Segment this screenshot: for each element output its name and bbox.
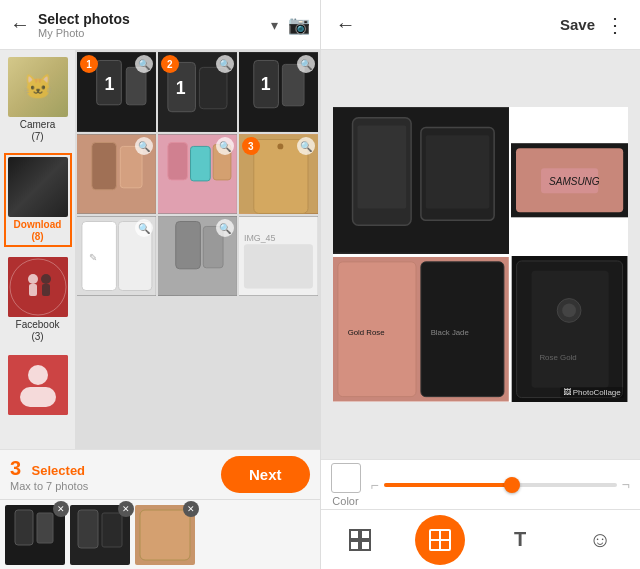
- photo-cell-1[interactable]: 1 1 🔍: [77, 52, 156, 132]
- slider-right-icon: ¬: [622, 477, 630, 493]
- thumb-remove-2[interactable]: ✕: [118, 501, 134, 517]
- slider-left-icon: ⌐: [371, 477, 379, 493]
- collage-cell-4: Rose Gold 🖼 PhotoCollage: [511, 256, 628, 403]
- color-label: Color: [332, 495, 358, 507]
- zoom-icon-4[interactable]: 🔍: [135, 137, 153, 155]
- dropdown-icon[interactable]: ▾: [271, 17, 278, 33]
- bottom-bar: 3 Selected Max to 7 photos Next: [0, 449, 320, 499]
- color-swatch[interactable]: [331, 463, 361, 493]
- selection-info: 3 Selected Max to 7 photos: [10, 457, 221, 492]
- zoom-icon-3[interactable]: 🔍: [297, 55, 315, 73]
- collage-container[interactable]: SAMSUNG Gold Rose Black Jade: [333, 107, 628, 402]
- svg-text:✎: ✎: [89, 252, 97, 263]
- grid-layout-button[interactable]: [335, 515, 385, 565]
- album-camera[interactable]: 🐱 Camera(7): [4, 55, 72, 145]
- thumb-remove-3[interactable]: ✕: [183, 501, 199, 517]
- more-menu-icon[interactable]: ⋮: [605, 13, 625, 37]
- svg-rect-65: [531, 270, 608, 387]
- svg-rect-8: [20, 387, 56, 407]
- slider-area: ⌐ ¬: [371, 477, 631, 493]
- slider-thumb[interactable]: [504, 477, 520, 493]
- album-download-thumb: [8, 157, 68, 217]
- svg-point-2: [28, 274, 38, 284]
- photo-cell-3[interactable]: 1 🔍: [239, 52, 318, 132]
- svg-text:IMG_45: IMG_45: [244, 233, 276, 243]
- svg-rect-5: [42, 284, 50, 296]
- left-content: 🐱 Camera(7) Download(8): [0, 50, 320, 449]
- photo-cell-4[interactable]: 🔍: [77, 134, 156, 214]
- zoom-icon-5[interactable]: 🔍: [216, 137, 234, 155]
- svg-point-30: [277, 143, 283, 149]
- svg-rect-48: [140, 510, 190, 560]
- next-button[interactable]: Next: [221, 456, 310, 493]
- photo-cell-7[interactable]: ✎ 🔍: [77, 216, 156, 296]
- svg-rect-0: [8, 257, 68, 317]
- right-back-button[interactable]: ←: [336, 13, 356, 36]
- collage-cell-3: Gold Rose Black Jade: [333, 256, 509, 403]
- text-icon: T: [514, 528, 526, 551]
- photo-cell-5[interactable]: 🔍: [158, 134, 237, 214]
- page-title: Select photos: [38, 11, 271, 27]
- right-header: ← Save ⋮: [321, 0, 641, 50]
- collage-button[interactable]: [415, 515, 465, 565]
- select-badge-2: 2: [161, 55, 179, 73]
- svg-text:Black Jade: Black Jade: [430, 328, 468, 337]
- photo-grid: 1 1 🔍 1 2 🔍 1: [75, 50, 320, 449]
- thumb-1[interactable]: ✕: [5, 505, 65, 565]
- album-person-thumb: [8, 355, 68, 415]
- thumb-3[interactable]: ✕: [135, 505, 195, 565]
- svg-rect-45: [78, 510, 98, 548]
- svg-rect-53: [426, 135, 489, 208]
- photo-cell-8[interactable]: 🔍: [158, 216, 237, 296]
- select-badge-6: 3: [242, 137, 260, 155]
- svg-text:Gold Rose: Gold Rose: [347, 328, 384, 337]
- thumb-remove-1[interactable]: ✕: [53, 501, 69, 517]
- zoom-icon-6[interactable]: 🔍: [297, 137, 315, 155]
- collage-cell-2: SAMSUNG: [511, 107, 628, 254]
- album-subtitle: My Photo: [38, 27, 271, 39]
- zoom-icon-1[interactable]: 🔍: [135, 55, 153, 73]
- zoom-icon-2[interactable]: 🔍: [216, 55, 234, 73]
- svg-rect-43: [37, 513, 53, 543]
- title-area: Select photos My Photo: [38, 11, 271, 39]
- svg-text:Rose Gold: Rose Gold: [539, 352, 576, 361]
- photo-cell-9[interactable]: IMG_45: [239, 216, 318, 296]
- svg-text:SAMSUNG: SAMSUNG: [549, 176, 600, 187]
- album-facebook-thumb: [8, 257, 68, 317]
- svg-text:1: 1: [105, 74, 115, 94]
- zoom-icon-8[interactable]: 🔍: [216, 219, 234, 237]
- camera-icon[interactable]: 📷: [288, 14, 310, 36]
- svg-rect-71: [350, 541, 359, 550]
- svg-rect-70: [361, 530, 370, 539]
- selected-count: 3: [10, 457, 21, 479]
- thumbnails-strip: ✕ ✕ ✕: [0, 499, 320, 569]
- photo-cell-2[interactable]: 1 2 🔍: [158, 52, 237, 132]
- right-panel: ← Save ⋮: [321, 0, 641, 569]
- photo-cell-6[interactable]: 3 🔍: [239, 134, 318, 214]
- right-toolbar: T ☺: [321, 509, 641, 569]
- album-person[interactable]: [4, 353, 72, 419]
- svg-text:1: 1: [260, 74, 270, 94]
- svg-rect-32: [82, 222, 116, 291]
- slider-track[interactable]: [384, 483, 617, 487]
- album-facebook[interactable]: Facebook(3): [4, 255, 72, 345]
- svg-rect-42: [15, 510, 33, 545]
- album-download[interactable]: Download(8): [4, 153, 72, 247]
- selected-label: Selected: [32, 463, 85, 478]
- zoom-icon-7[interactable]: 🔍: [135, 219, 153, 237]
- svg-rect-26: [190, 146, 210, 180]
- collage-cell-1: [333, 107, 509, 254]
- albums-sidebar: 🐱 Camera(7) Download(8): [0, 50, 75, 449]
- album-facebook-label: Facebook(3): [16, 319, 60, 343]
- emoji-button[interactable]: ☺: [575, 515, 625, 565]
- watermark: 🖼 PhotoCollage: [560, 387, 624, 398]
- thumb-2[interactable]: ✕: [70, 505, 130, 565]
- left-panel: ← Select photos My Photo ▾ 📷 🐱 Camera(7)…: [0, 0, 320, 569]
- svg-rect-72: [361, 541, 370, 550]
- back-button[interactable]: ←: [10, 13, 30, 36]
- text-button[interactable]: T: [495, 515, 545, 565]
- svg-text:1: 1: [176, 78, 186, 98]
- save-button[interactable]: Save: [560, 16, 595, 33]
- svg-rect-3: [29, 284, 37, 296]
- color-slider-row: Color ⌐ ¬: [321, 459, 641, 509]
